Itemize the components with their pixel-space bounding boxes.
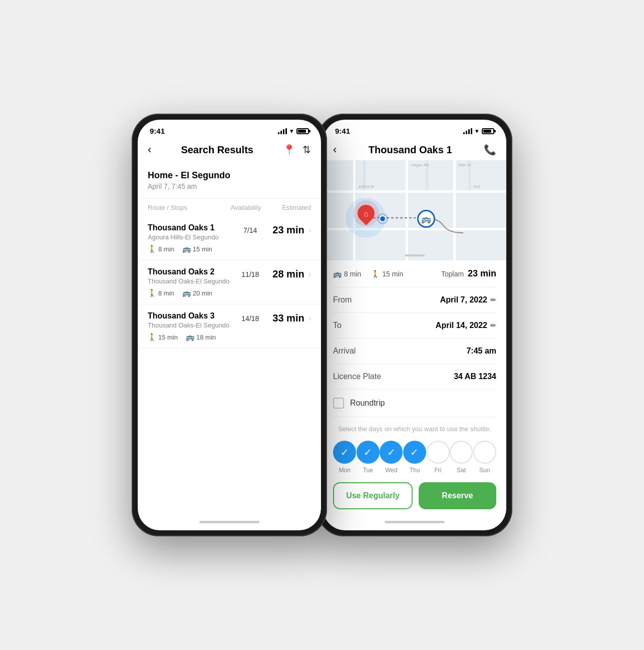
sort-icon[interactable]: ⇅ [302, 144, 311, 156]
route-item-info-2: Thousand Oaks 3 Thousand Oaks-El Segundo [148, 311, 235, 329]
location-icon[interactable]: 📍 [283, 144, 295, 156]
timing-total: Toplam 23 min [441, 268, 496, 279]
back-button-1[interactable]: ‹ [148, 143, 151, 156]
route-item-top-1: Thousand Oaks 2 Thousand Oaks-El Segundo… [148, 267, 311, 285]
walk-icon-0: 🚶 [148, 245, 156, 253]
day-label-mon: Mon [333, 467, 356, 474]
svg-rect-8 [456, 193, 506, 228]
signal-bar-1 [278, 132, 279, 134]
route-item-1[interactable]: Thousand Oaks 2 Thousand Oaks-El Segundo… [138, 260, 321, 304]
route-item-top-0: Thousand Oaks 1 Agoura Hills-El Segundo … [148, 223, 311, 241]
route-item-right-1: 11/18 28 min › [235, 268, 311, 280]
route-chevron-2: › [308, 314, 311, 323]
header-icons-1: 📍 ⇅ [283, 144, 311, 156]
route-item-icons-0: 🚶 8 min 🚌 15 min [148, 245, 311, 253]
day-label-sat: Sat [450, 467, 473, 474]
screen1-title: Search Results [181, 144, 253, 156]
signal-bar-4 [285, 128, 287, 134]
route-list: Thousand Oaks 1 Agoura Hills-El Segundo … [138, 216, 321, 513]
battery-fill-1 [298, 130, 306, 133]
detail-plate-row: Licence Plate 34 AB 1234 [333, 364, 496, 390]
use-regularly-button[interactable]: Use Regularly [333, 482, 413, 509]
roundtrip-checkbox[interactable] [333, 398, 344, 409]
detail-content: 🚌 8 min 🚶 15 min Toplam 23 min From [323, 260, 506, 476]
signal-bars-1 [278, 128, 287, 134]
day-label-sun: Sun [473, 467, 496, 474]
day-circle-tue[interactable]: ✓ [357, 441, 380, 464]
from-value: April 7, 2022 ✏ [440, 295, 496, 304]
col-est-header: Estimated [266, 204, 311, 211]
bus-icon-2: 🚌 [186, 333, 194, 341]
check-tue: ✓ [364, 446, 372, 458]
route-walk-1: 🚶 8 min [148, 289, 174, 297]
to-label: To [333, 321, 342, 330]
status-time-1: 9:41 [150, 127, 165, 135]
phone-detail: 9:41 ▾ ‹ Thousand Oaks 1 [317, 114, 512, 536]
day-circle-thu[interactable]: ✓ [403, 441, 426, 464]
phone-inner-2: 9:41 ▾ ‹ Thousand Oaks 1 [323, 120, 506, 530]
day-select-hint: Select the days on which you want to use… [333, 425, 496, 433]
phone-call-icon[interactable]: 📞 [484, 144, 496, 156]
battery-icon-2 [482, 128, 494, 134]
route-item-name-0: Thousand Oaks 1 [148, 223, 235, 232]
roundtrip-label: Roundtrip [350, 399, 385, 408]
arrival-label: Arrival [333, 347, 356, 356]
route-banner-name: Home - El Segundo [148, 170, 311, 181]
svg-rect-10 [323, 190, 506, 193]
status-bar-1: 9:41 ▾ [138, 120, 321, 139]
signal-bar-7 [468, 129, 470, 134]
day-circle-wed[interactable]: ✓ [380, 441, 403, 464]
reserve-button[interactable]: Reserve [419, 482, 496, 509]
detail-arrival-row: Arrival 7:45 am [333, 339, 496, 364]
column-headers: Route / Stops Availability Estimated [138, 199, 321, 216]
battery-fill-2 [483, 130, 491, 133]
bus-icon-0: 🚌 [182, 245, 191, 253]
signal-bar-8 [471, 128, 472, 134]
day-select-section: Select the days on which you want to use… [333, 417, 496, 476]
route-item-0[interactable]: Thousand Oaks 1 Agoura Hills-El Segundo … [138, 216, 321, 260]
bus-stop-icon: 🚌 [421, 214, 431, 224]
svg-text:2nd: 2nd [473, 184, 480, 189]
route-item-2[interactable]: Thousand Oaks 3 Thousand Oaks-El Segundo… [138, 304, 321, 349]
home-bar-1 [199, 521, 259, 523]
signal-bar-5 [463, 132, 465, 134]
to-value: April 14, 2022 ✏ [436, 321, 496, 330]
route-walk-2: 🚶 15 min [148, 333, 178, 341]
status-icons-1: ▾ [278, 127, 309, 135]
to-edit-icon[interactable]: ✏ [490, 321, 496, 330]
day-circle-sun[interactable] [473, 441, 496, 464]
back-button-2[interactable]: ‹ [333, 143, 337, 156]
route-time-1: 28 min [269, 268, 304, 280]
col-avail-header: Availability [226, 204, 266, 211]
battery-icon-1 [296, 128, 309, 134]
wifi-icon-1: ▾ [290, 127, 293, 135]
signal-bars-2 [463, 128, 472, 134]
home-indicator-2 [323, 513, 506, 530]
route-avail-2: 14/18 [235, 314, 265, 322]
walk-icon-2: 🚶 [148, 333, 156, 341]
route-item-sub-2: Thousand Oaks-El Segundo [148, 321, 235, 329]
route-item-name-2: Thousand Oaks 3 [148, 311, 235, 320]
day-circle-sat[interactable] [450, 441, 473, 464]
route-banner-date: April 7, 7:45 am [148, 182, 311, 190]
route-time-2: 33 min [269, 312, 304, 324]
status-bar-2: 9:41 ▾ [323, 120, 506, 139]
map-drag-handle[interactable] [405, 254, 425, 256]
day-circle-mon[interactable]: ✓ [333, 441, 356, 464]
route-item-icons-2: 🚶 15 min 🚌 18 min [148, 333, 311, 341]
route-chevron-0: › [308, 226, 311, 235]
timing-bus: 🚌 8 min [333, 270, 361, 278]
from-edit-icon[interactable]: ✏ [490, 296, 496, 304]
route-item-info-1: Thousand Oaks 2 Thousand Oaks-El Segundo [148, 267, 235, 285]
day-circle-fri[interactable] [427, 441, 450, 464]
svg-rect-13 [406, 160, 408, 260]
home-pin: ⌂ [353, 200, 379, 226]
walk-icon-1: 🚶 [148, 289, 156, 297]
route-item-right-0: 7/14 23 min › [235, 224, 311, 236]
detail-to-row: To April 14, 2022 ✏ [333, 313, 496, 339]
route-item-top-2: Thousand Oaks 3 Thousand Oaks-El Segundo… [148, 311, 311, 329]
day-label-wed: Wed [380, 467, 403, 474]
signal-bar-6 [466, 131, 467, 134]
wifi-icon-2: ▾ [475, 127, 479, 135]
route-item-sub-0: Agoura Hills-El Segundo [148, 233, 235, 241]
